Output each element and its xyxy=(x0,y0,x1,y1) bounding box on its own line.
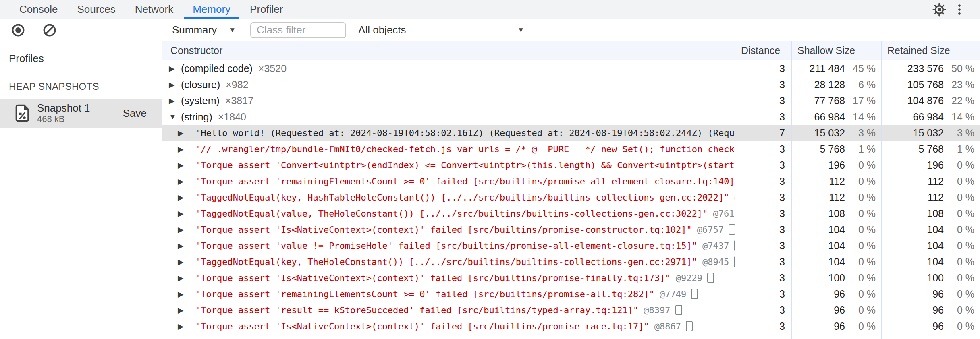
grid-row-string[interactable]: ▶ "Torque assert 'result == kStoreSucced… xyxy=(162,302,980,318)
expander-triangle-icon[interactable]: ▶ xyxy=(178,161,190,170)
expander-triangle-icon[interactable]: ▶ xyxy=(178,306,190,315)
retained-size-cell: 104 0 % xyxy=(881,254,980,270)
retained-size-percent: 0 % xyxy=(944,176,974,187)
constructor-cell[interactable]: ▶ "TaggedNotEqual(key, TheHoleConstant()… xyxy=(162,254,735,270)
object-id: @8397 xyxy=(644,305,670,315)
retained-size-value: 105 768 xyxy=(907,79,944,91)
sidebar-item-snapshot-1[interactable]: Snapshot 1 468 kB Save xyxy=(0,99,162,128)
grid-row-string[interactable]: ▶ "Torque assert 'value != PromiseHole' … xyxy=(162,238,980,254)
grid-row-string[interactable]: ▶ "Torque assert 'remainingElementsCount… xyxy=(162,286,980,302)
tab-label: Console xyxy=(19,3,58,16)
retained-size-cell: 100 0 % xyxy=(881,270,980,286)
string-preview: "Torque assert 'Is<NativeContext>(contex… xyxy=(195,225,692,235)
tabbar-actions xyxy=(913,0,980,19)
expander-triangle-icon[interactable]: ▶ xyxy=(178,289,190,299)
expander-triangle-icon[interactable]: ▶ xyxy=(178,209,190,218)
objects-scope-select[interactable]: All objects ▼ xyxy=(358,24,524,36)
constructor-cell[interactable]: ▶ "Torque assert 'Is<NativeContext>(cont… xyxy=(162,318,735,334)
grid-row-string[interactable]: ▶ "Torque assert 'Is<NativeContext>(cont… xyxy=(162,318,980,334)
constructor-cell[interactable]: ▶ "Torque assert 'value != PromiseHole' … xyxy=(162,238,735,254)
constructor-cell[interactable]: ▶ "Hello world! (Requested at: 2024-08-1… xyxy=(162,125,735,141)
profiles-toolbar xyxy=(0,19,162,41)
column-header-retained-size[interactable]: Retained Size xyxy=(881,41,980,60)
distance-value: 3 xyxy=(735,205,791,221)
expander-triangle-icon[interactable]: ▶ xyxy=(178,128,190,138)
constructor-cell[interactable]: ▶ "Torque assert 'remainingElementsCount… xyxy=(162,173,735,189)
expander-triangle-icon[interactable]: ▶ xyxy=(178,322,190,331)
grid-row-string[interactable]: ▶ "TaggedNotEqual(value, TheHoleConstant… xyxy=(162,205,980,221)
open-in-sources-icon[interactable] xyxy=(691,289,698,299)
record-heap-snapshot-icon[interactable] xyxy=(8,21,28,39)
column-header-constructor[interactable]: Constructor xyxy=(162,41,735,60)
retained-size-value: 5 768 xyxy=(918,143,944,155)
shallow-size-cell: 96 0 % xyxy=(791,286,881,302)
save-snapshot-link[interactable]: Save xyxy=(123,107,147,120)
constructor-cell[interactable]: ▶ "Torque assert 'Convert<uintptr>(endIn… xyxy=(162,157,735,173)
retained-size-value: 112 xyxy=(928,176,944,187)
grid-row-category[interactable]: ▶ (system) ×3817 3 77 768 17 % 104 876 2… xyxy=(162,93,980,109)
grid-row-string[interactable]: ▶ "Torque assert 'remainingElementsCount… xyxy=(162,173,980,189)
string-preview: "// .wrangler/tmp/bundle-FmNIt0/checked-… xyxy=(195,144,735,154)
constructor-cell[interactable]: ▶ (closure) ×982 xyxy=(162,76,735,93)
expander-triangle-icon[interactable]: ▶ xyxy=(178,273,190,283)
expander-triangle-icon[interactable]: ▶ xyxy=(178,193,190,202)
tab-profiler[interactable]: Profiler xyxy=(240,0,293,19)
clear-profiles-icon[interactable] xyxy=(39,21,60,39)
tab-console[interactable]: Console xyxy=(10,0,67,19)
tab-memory[interactable]: Memory xyxy=(183,0,240,19)
grid-row-string[interactable]: ▶ "TaggedNotEqual(key, TheHoleConstant()… xyxy=(162,254,980,270)
tab-network[interactable]: Network xyxy=(125,0,183,19)
constructor-cell[interactable]: ▶ (compiled code) ×3520 xyxy=(162,60,735,76)
expander-triangle-icon[interactable]: ▶ xyxy=(169,80,181,89)
grid-row-category[interactable]: ▼ (string) ×1840 3 66 984 14 % 66 984 14… xyxy=(162,109,980,125)
grid-row-string[interactable]: ▶ "Torque assert 'Is<NativeContext>(cont… xyxy=(162,270,980,286)
class-filter-input[interactable] xyxy=(250,22,346,38)
expander-triangle-icon[interactable]: ▶ xyxy=(178,145,190,154)
constructor-cell[interactable]: ▶ (system) ×3817 xyxy=(162,93,735,109)
expander-triangle-icon[interactable]: ▼ xyxy=(169,112,181,121)
column-header-shallow-size[interactable]: Shallow Size xyxy=(791,41,881,60)
snapshot-size: 468 kB xyxy=(37,114,90,124)
retained-size-percent: 0 % xyxy=(944,240,974,252)
shallow-size-cell: 104 0 % xyxy=(791,254,881,270)
grid-row-string[interactable]: ▶ "Torque assert 'Convert<uintptr>(endIn… xyxy=(162,157,980,173)
constructor-cell[interactable]: ▶ "Torque assert 'Is<NativeContext>(cont… xyxy=(162,221,735,238)
grid-row-category[interactable]: ▶ (compiled code) ×3520 3 211 484 45 % 2… xyxy=(162,60,980,76)
expander-triangle-icon[interactable]: ▶ xyxy=(169,96,181,105)
constructor-cell[interactable]: ▶ "Torque assert 'remainingElementsCount… xyxy=(162,286,735,302)
string-preview: "Torque assert 'result == kStoreSucceded… xyxy=(195,305,638,315)
grid-row-string[interactable]: ▶ "// .wrangler/tmp/bundle-FmNIt0/checke… xyxy=(162,141,980,157)
retained-size-cell: 105 768 23 % xyxy=(881,76,980,93)
grid-row-string[interactable]: ▶ "TaggedNotEqual(key, HashTableHoleCons… xyxy=(162,189,980,205)
open-in-sources-icon[interactable] xyxy=(729,224,735,235)
expander-triangle-icon[interactable]: ▶ xyxy=(178,241,190,250)
open-in-sources-icon[interactable] xyxy=(686,321,693,331)
constructor-cell[interactable]: ▼ (string) ×1840 xyxy=(162,109,735,125)
expander-triangle-icon[interactable]: ▶ xyxy=(178,177,190,186)
constructor-cell[interactable]: ▶ "// .wrangler/tmp/bundle-FmNIt0/checke… xyxy=(162,141,735,157)
expander-triangle-icon[interactable]: ▶ xyxy=(178,257,190,267)
column-header-distance[interactable]: Distance xyxy=(735,41,791,60)
settings-gear-icon[interactable] xyxy=(929,1,949,19)
open-in-sources-icon[interactable] xyxy=(675,305,682,315)
tab-sources[interactable]: Sources xyxy=(67,0,125,19)
grid-row-string[interactable]: ▶ "Hello world! (Requested at: 2024-08-1… xyxy=(162,125,980,141)
open-in-sources-icon[interactable] xyxy=(707,273,714,283)
constructor-cell[interactable]: ▶ "Torque assert 'result == kStoreSucced… xyxy=(162,302,735,318)
shallow-size-value: 196 xyxy=(828,159,845,171)
shallow-size-cell: 100 0 % xyxy=(791,270,881,286)
expander-triangle-icon[interactable]: ▶ xyxy=(178,225,190,234)
distance-value: 7 xyxy=(735,125,791,141)
devtools-tabbar: Console Sources Network Memory Profiler xyxy=(0,0,980,19)
expander-triangle-icon[interactable]: ▶ xyxy=(169,64,181,73)
retained-size-cell: 5 768 1 % xyxy=(881,141,980,157)
grid-row-string[interactable]: ▶ "Torque assert 'Is<NativeContext>(cont… xyxy=(162,221,980,238)
view-mode-select[interactable]: Summary ▼ xyxy=(172,24,236,36)
grid-body: ▶ (compiled code) ×3520 3 211 484 45 % 2… xyxy=(162,60,980,339)
more-options-icon[interactable] xyxy=(949,1,970,19)
grid-row-category[interactable]: ▶ (closure) ×982 3 28 128 6 % 105 768 23… xyxy=(162,76,980,93)
string-preview: "Hello world! (Requested at: 2024-08-19T… xyxy=(195,128,735,138)
constructor-cell[interactable]: ▶ "TaggedNotEqual(key, HashTableHoleCons… xyxy=(162,189,735,205)
constructor-cell[interactable]: ▶ "TaggedNotEqual(value, TheHoleConstant… xyxy=(162,205,735,221)
constructor-cell[interactable]: ▶ "Torque assert 'Is<NativeContext>(cont… xyxy=(162,270,735,286)
